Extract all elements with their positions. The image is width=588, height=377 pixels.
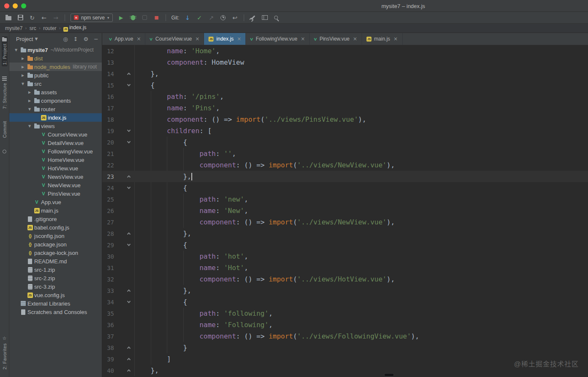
code-line[interactable]: 16 path: '/pins', <box>102 91 588 102</box>
tree-row[interactable]: {}package.json <box>9 240 102 249</box>
code-line[interactable]: 38 } <box>102 342 588 353</box>
tree-row[interactable]: src-3.zip <box>9 282 102 291</box>
code-line[interactable]: 33 }, <box>102 285 588 296</box>
stripe-button-favorites[interactable]: ☆ 2: Favorites <box>2 334 8 371</box>
code-line[interactable]: 27 component: () => import('../views/New… <box>102 216 588 228</box>
tree-row[interactable]: VApp.vue <box>9 198 102 206</box>
code-line[interactable]: 22 component: () => import('../views/New… <box>102 159 588 171</box>
code-line[interactable]: 32 component: () => import('../views/Hot… <box>102 273 588 285</box>
push-button[interactable]: ↗ <box>206 13 216 22</box>
tree-row[interactable]: .gitignore <box>9 215 102 223</box>
tree-row[interactable]: Scratches and Consoles <box>9 308 102 316</box>
tree-row[interactable]: JSvue.config.js <box>9 291 102 299</box>
editor-tab[interactable]: VCourseView.vue× <box>145 33 204 45</box>
fold-down-icon[interactable] <box>114 187 134 188</box>
fold-down-icon[interactable] <box>114 130 134 131</box>
fold-up-icon[interactable] <box>114 369 134 372</box>
forward-button[interactable]: → <box>51 13 61 22</box>
tree-row[interactable]: VDetailView.vue <box>9 139 102 147</box>
tree-row[interactable]: src-2.zip <box>9 274 102 282</box>
locate-file-icon[interactable]: ◎ <box>63 36 68 42</box>
fold-up-icon[interactable] <box>114 346 134 350</box>
code-line[interactable]: 36 name: 'Following', <box>102 319 588 331</box>
profile-button[interactable] <box>140 13 150 22</box>
code-line[interactable]: 24 { <box>102 182 588 194</box>
tree-row[interactable]: VCourseView.vue <box>9 130 102 139</box>
code-line[interactable]: 23 }, <box>102 171 588 182</box>
expand-collapse-icon[interactable]: ↕ <box>74 36 78 42</box>
tree-row[interactable]: VHomeView.vue <box>9 156 102 164</box>
debug-button[interactable] <box>128 13 138 22</box>
save-all-button[interactable] <box>15 13 25 22</box>
code-line[interactable]: 17 name: 'Pins', <box>102 102 588 114</box>
chevron-right-icon[interactable]: ▶ <box>26 90 33 94</box>
tree-row[interactable]: ▼mysite7~/WebstormProject <box>9 46 102 54</box>
fold-up-icon[interactable] <box>114 232 134 235</box>
fold-down-icon[interactable] <box>114 85 134 86</box>
breadcrumb-item[interactable]: JSindex.js <box>63 25 87 32</box>
editor-tab[interactable]: JSindex.js× <box>204 33 246 45</box>
code-line[interactable]: 15 { <box>102 79 588 91</box>
code-line[interactable]: 26 name: 'New', <box>102 205 588 216</box>
sync-button[interactable]: ↻ <box>27 13 37 22</box>
run-button[interactable]: ▶ <box>116 13 126 22</box>
tree-row[interactable]: VNewsView.vue <box>9 172 102 181</box>
chevron-right-icon[interactable]: ▶ <box>19 57 26 60</box>
close-icon[interactable]: × <box>353 36 357 42</box>
code-line[interactable]: 31 name: 'Hot', <box>102 262 588 273</box>
code-line[interactable]: 29 { <box>102 239 588 251</box>
close-icon[interactable]: × <box>237 36 241 42</box>
commit-button[interactable]: ✓ <box>194 13 204 22</box>
editor-tab[interactable]: VApp.vue× <box>105 33 145 45</box>
scrollbar-thumb[interactable] <box>384 373 394 377</box>
chevron-right-icon[interactable]: ▶ <box>26 99 33 103</box>
breadcrumb-item[interactable]: src <box>30 25 36 31</box>
tree-row[interactable]: ▶dist <box>9 54 102 63</box>
tree-row[interactable]: VPinsView.vue <box>9 189 102 198</box>
tree-row[interactable]: {}jsconfig.json <box>9 232 102 240</box>
search-everywhere-button[interactable] <box>272 13 282 22</box>
build-button[interactable] <box>248 13 258 22</box>
back-button[interactable]: ← <box>39 13 49 22</box>
code-line[interactable]: 13 component: HomeView <box>102 57 588 68</box>
code-line[interactable]: 25 path: 'new', <box>102 194 588 205</box>
breadcrumb-item[interactable]: mysite7 <box>5 25 22 31</box>
stop-button[interactable]: ■ <box>152 13 162 22</box>
chevron-down-icon[interactable]: ▼ <box>26 124 33 128</box>
fold-up-icon[interactable] <box>114 357 134 361</box>
run-config-select[interactable]: n npm serve ▾ <box>71 14 113 22</box>
chevron-right-icon[interactable]: ▶ <box>19 74 26 77</box>
editor-tab[interactable]: VPinsView.vue× <box>310 33 362 45</box>
code-line[interactable]: 18 component: () => import('../views/Pin… <box>102 114 588 125</box>
layout-button[interactable] <box>260 13 270 22</box>
breadcrumb-item[interactable]: router <box>43 25 56 31</box>
tree-row[interactable]: VNewView.vue <box>9 181 102 189</box>
code-line[interactable]: 12 name: 'Home', <box>102 45 588 57</box>
stripe-button-project[interactable]: 1: Project <box>2 36 8 66</box>
code-line[interactable]: 14 }, <box>102 68 588 79</box>
tree-row[interactable]: JSmain.js <box>9 206 102 215</box>
close-icon[interactable]: × <box>195 36 199 42</box>
code-line[interactable]: 34 { <box>102 296 588 308</box>
tree-row[interactable]: src-1.zip <box>9 265 102 274</box>
fold-down-icon[interactable] <box>114 244 134 246</box>
tree-row[interactable]: JSbabel.config.js <box>9 223 102 232</box>
history-button[interactable] <box>218 13 228 22</box>
project-header-title[interactable]: Project <box>16 36 33 42</box>
tree-row[interactable]: VFollowingView.vue <box>9 147 102 156</box>
stripe-button-commit[interactable]: Commit <box>2 119 8 139</box>
tree-row[interactable]: ▼views <box>9 122 102 130</box>
hide-panel-icon[interactable]: − <box>94 36 98 42</box>
fold-down-icon[interactable] <box>114 301 134 303</box>
code-editor[interactable]: 12 name: 'Home',13 component: HomeView14… <box>102 45 588 377</box>
fold-up-icon[interactable] <box>114 289 134 292</box>
close-icon[interactable]: × <box>301 36 305 42</box>
update-project-button[interactable]: ↓ <box>182 13 193 22</box>
code-line[interactable]: 20 { <box>102 137 588 148</box>
fold-down-icon[interactable] <box>114 142 134 143</box>
code-line[interactable]: 30 path: 'hot', <box>102 251 588 262</box>
open-file-button[interactable] <box>3 13 14 22</box>
tree-row[interactable]: {}package-lock.json <box>9 249 102 257</box>
rollback-button[interactable]: ↩ <box>230 13 240 22</box>
close-icon[interactable]: × <box>394 36 398 42</box>
